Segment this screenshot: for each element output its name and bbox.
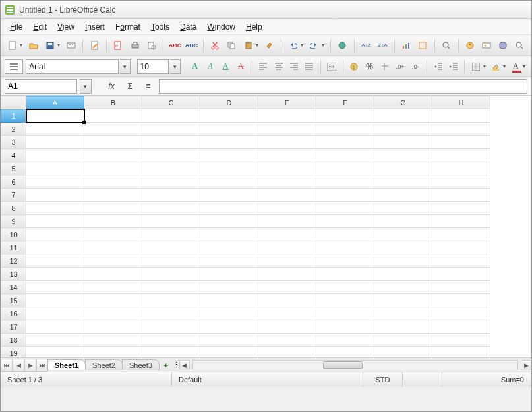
cell-A9[interactable]: [26, 215, 84, 228]
cell-H5[interactable]: [432, 162, 490, 175]
column-header-F[interactable]: F: [316, 96, 374, 109]
italic-button[interactable]: A: [203, 59, 217, 74]
cell-B13[interactable]: [84, 268, 142, 281]
cell-E14[interactable]: [258, 281, 316, 294]
row-header-6[interactable]: 6: [1, 175, 26, 189]
cell-D10[interactable]: [200, 228, 258, 241]
menu-window[interactable]: Window: [202, 20, 241, 34]
cell-B18[interactable]: [84, 334, 142, 347]
cell-B3[interactable]: [84, 136, 142, 149]
cell-B17[interactable]: [84, 320, 142, 334]
cell-reference-combo[interactable]: [5, 79, 77, 94]
sheet-tab-sheet1[interactable]: Sheet1: [47, 359, 86, 370]
spreadsheet-grid[interactable]: ABCDEFGH12345678910111213141516171819: [1, 96, 531, 358]
cell-B2[interactable]: [84, 123, 142, 136]
undo-button[interactable]: [285, 38, 301, 53]
menu-file[interactable]: File: [5, 20, 28, 34]
cell-H14[interactable]: [432, 281, 490, 294]
paste-button[interactable]: [241, 38, 256, 53]
cell-E5[interactable]: [258, 162, 316, 175]
row-header-19[interactable]: 19: [1, 347, 26, 359]
row-header-16[interactable]: 16: [1, 307, 26, 320]
cell-B19[interactable]: [84, 347, 142, 359]
save-button[interactable]: [42, 38, 57, 53]
cell-A10[interactable]: [26, 228, 84, 241]
cell-F16[interactable]: [316, 307, 374, 320]
strikethrough-button[interactable]: A: [234, 59, 248, 74]
cell-H10[interactable]: [432, 228, 490, 241]
sort-desc-button[interactable]: Z↓A: [375, 38, 390, 53]
cell-G14[interactable]: [374, 281, 432, 294]
cell-F15[interactable]: [316, 294, 374, 307]
cell-H11[interactable]: [432, 241, 490, 254]
cell-B7[interactable]: [84, 189, 142, 202]
cell-D13[interactable]: [200, 268, 258, 281]
cell-H9[interactable]: [432, 215, 490, 228]
row-header-3[interactable]: 3: [1, 136, 26, 149]
cell-C4[interactable]: [142, 149, 200, 162]
cell-C9[interactable]: [142, 215, 200, 228]
cell-B1[interactable]: [84, 109, 142, 123]
cell-B5[interactable]: [84, 162, 142, 175]
menu-view[interactable]: View: [52, 20, 80, 34]
cell-A11[interactable]: [26, 241, 84, 254]
font-color-dropdown[interactable]: ▾: [523, 63, 527, 69]
cell-C2[interactable]: [142, 123, 200, 136]
cell-G5[interactable]: [374, 162, 432, 175]
cell-F18[interactable]: [316, 334, 374, 347]
cell-B9[interactable]: [84, 215, 142, 228]
cell-C15[interactable]: [142, 294, 200, 307]
font-size-combo[interactable]: [137, 59, 169, 74]
cell-D17[interactable]: [200, 320, 258, 334]
cell-A13[interactable]: [26, 268, 84, 281]
cell-E11[interactable]: [258, 241, 316, 254]
cell-F5[interactable]: [316, 162, 374, 175]
cell-G19[interactable]: [374, 347, 432, 359]
cell-D3[interactable]: [200, 136, 258, 149]
cell-G10[interactable]: [374, 228, 432, 241]
function-button[interactable]: =: [140, 79, 156, 94]
cell-F7[interactable]: [316, 189, 374, 202]
column-header-H[interactable]: H: [432, 96, 490, 109]
cell-G4[interactable]: [374, 149, 432, 162]
cell-A7[interactable]: [26, 189, 84, 202]
cell-E10[interactable]: [258, 228, 316, 241]
cell-F10[interactable]: [316, 228, 374, 241]
cell-H7[interactable]: [432, 189, 490, 202]
percent-button[interactable]: %: [363, 59, 376, 74]
cell-C13[interactable]: [142, 268, 200, 281]
select-all-corner[interactable]: [1, 96, 26, 109]
row-header-8[interactable]: 8: [1, 202, 26, 215]
cell-H1[interactable]: [432, 109, 490, 123]
undo-dropdown[interactable]: ▾: [301, 42, 305, 48]
cell-G11[interactable]: [374, 241, 432, 254]
cell-D8[interactable]: [200, 202, 258, 215]
cell-H2[interactable]: [432, 123, 490, 136]
chart-button[interactable]: [399, 38, 414, 53]
cell-C3[interactable]: [142, 136, 200, 149]
cell-B14[interactable]: [84, 281, 142, 294]
cell-F12[interactable]: [316, 254, 374, 268]
merge-cells-button[interactable]: [325, 59, 339, 74]
cell-G2[interactable]: [374, 123, 432, 136]
row-header-4[interactable]: 4: [1, 149, 26, 162]
background-color-dropdown[interactable]: ▾: [503, 63, 508, 69]
cell-H4[interactable]: [432, 149, 490, 162]
menu-format[interactable]: Format: [110, 20, 146, 34]
cell-H16[interactable]: [432, 307, 490, 320]
cell-E19[interactable]: [258, 347, 316, 359]
cell-C8[interactable]: [142, 202, 200, 215]
status-selection-mode[interactable]: [403, 372, 442, 387]
cell-E1[interactable]: [258, 109, 316, 123]
spellcheck-button[interactable]: ABC: [167, 38, 183, 53]
cell-D19[interactable]: [200, 347, 258, 359]
add-decimal-button[interactable]: .0+: [394, 59, 407, 74]
cell-D6[interactable]: [200, 175, 258, 189]
cell-G13[interactable]: [374, 268, 432, 281]
cell-D18[interactable]: [200, 334, 258, 347]
font-size-dropdown[interactable]: ▾: [170, 59, 181, 74]
sheet-tab-sheet3[interactable]: Sheet3: [122, 359, 160, 370]
hscroll-left-button[interactable]: ◀: [179, 360, 190, 370]
decrease-indent-button[interactable]: [431, 59, 445, 74]
cell-G1[interactable]: [374, 109, 432, 123]
